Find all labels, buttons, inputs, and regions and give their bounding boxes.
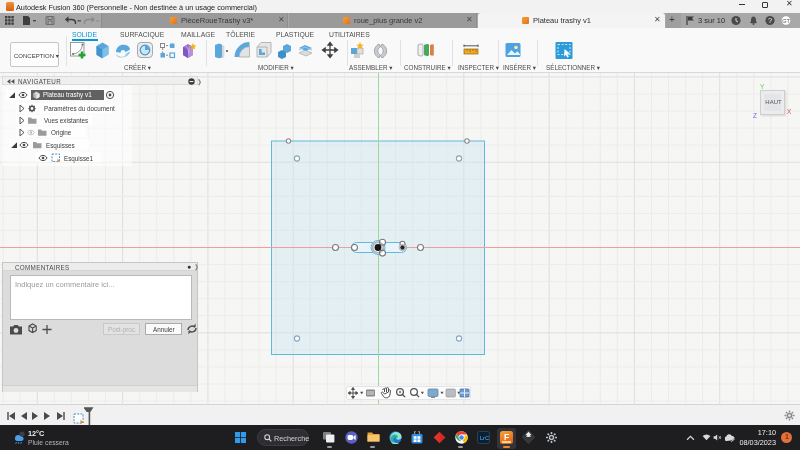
svg-text:?: ? [768,16,772,25]
svg-text:Esquisse1: Esquisse1 [64,155,94,163]
svg-text:GT: GT [782,18,790,24]
svg-text:Plateau trashy v1: Plateau trashy v1 [43,91,92,99]
svg-text:Esquisses: Esquisses [46,142,75,150]
svg-text:Paramètres du document: Paramètres du document [44,105,115,112]
svg-text:Origine: Origine [51,129,72,137]
svg-text:Vues existantes: Vues existantes [44,117,88,124]
